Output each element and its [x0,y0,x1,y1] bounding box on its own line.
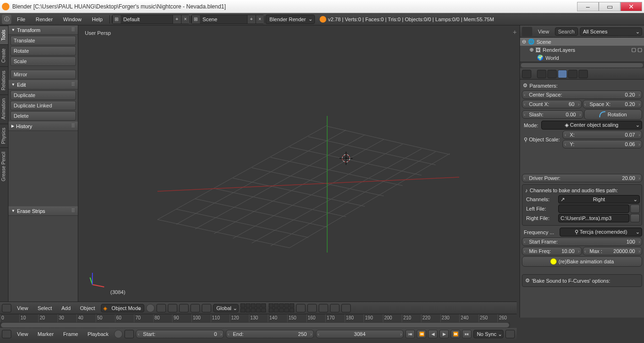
manipulator-icon[interactable] [168,304,177,312]
panel-edit-header[interactable]: Edit [8,80,78,90]
timeline-frame-menu[interactable]: Frame [59,330,82,338]
audio-scrub-icon[interactable] [505,330,515,338]
outliner-world-row[interactable]: 🌍World [520,54,644,62]
translate-manipulator-icon[interactable] [179,304,189,312]
tab-scene[interactable] [558,70,567,78]
tab-render[interactable] [537,70,546,78]
outliner-editor-icon[interactable] [522,27,532,36]
keyframe-type-icon[interactable] [124,330,134,338]
select-menu[interactable]: Select [34,304,56,312]
tab-renderlayers[interactable] [547,70,557,78]
delete-button[interactable]: Delete [10,111,76,121]
right-file-input[interactable]: C:\Users\P...tora).mp3 [558,214,629,222]
max-freq-field[interactable]: Max :20000.00 [583,247,643,255]
snap-type-icon[interactable] [319,304,328,312]
layer-buttons[interactable] [240,303,294,312]
rotate-button[interactable]: Rotate [10,46,76,56]
end-frame-field[interactable]: End:250 [226,330,314,338]
center-space-field[interactable]: Center Space:0.20 [522,90,642,99]
sync-dropdown[interactable]: No Sync [473,330,504,338]
outliner-tree[interactable]: ⊖🌐Scene ⊕🖼RenderLayers▢ ▢ 🌍World [520,38,644,62]
close-button[interactable]: ✕ [620,2,642,11]
driver-power-field[interactable]: Driver Power:20.00 [522,174,642,182]
properties-editor-icon[interactable] [522,70,531,78]
mode-dropdown[interactable]: ◈ Center object scaling [541,121,642,130]
scale-button[interactable]: Scale [10,57,76,66]
maximize-button[interactable]: ▭ [599,2,620,11]
duplicate-button[interactable]: Duplicate [10,90,76,100]
right-file-browse-icon[interactable] [630,214,640,222]
object-menu[interactable]: Object [76,304,99,312]
duplicate-linked-button[interactable]: Duplicate Linked [10,101,76,110]
minimize-button[interactable]: – [577,2,599,11]
left-file-input[interactable] [558,204,629,213]
menu-render[interactable]: Render [31,15,58,24]
scene-selector[interactable]: ⊞ + × [191,15,264,24]
play-reverse-icon[interactable]: ◀ [428,330,438,338]
timeline-ruler[interactable]: 0102030405060708090100110120130140150160… [0,314,517,328]
timeline-playback-menu[interactable]: Playback [84,330,113,338]
scene-add-icon[interactable]: + [247,15,256,24]
timeline-view-menu[interactable]: View [13,330,32,338]
tab-relations[interactable]: Relations [0,66,8,94]
auto-keyframe-icon[interactable] [114,330,123,338]
menu-file[interactable]: File [12,15,30,24]
mirror-button[interactable]: Mirror [10,70,76,79]
snap-icon[interactable] [307,304,317,312]
outliner-scrollbar[interactable] [520,62,644,68]
scale-x-field[interactable]: X:0.07 [562,131,642,139]
current-frame-field[interactable]: 3084 [316,330,404,338]
panel-history-header[interactable]: History [8,122,78,131]
outliner-scene-row[interactable]: ⊖🌐Scene [520,38,644,46]
add-menu[interactable]: Add [58,304,74,312]
layout-name-input[interactable] [121,16,173,22]
render-engine-dropdown[interactable]: Blender Render [265,15,315,24]
translate-button[interactable]: Translate [10,36,76,45]
tab-animation[interactable]: Animation [0,94,8,123]
rotation-button[interactable]: Rotation [584,109,643,120]
frequency-dropdown[interactable]: ⚲ Tercja (recomended) [560,228,642,237]
tab-grease-pencil[interactable]: Grease Pencil [0,147,8,185]
panel-transform-header[interactable]: Transform [8,25,78,35]
outliner-search[interactable]: Search [555,27,578,36]
pivot-icon[interactable] [157,304,166,312]
timeline-marker-menu[interactable]: Marker [34,330,58,338]
start-frame-field[interactable]: Start:0 [136,330,224,338]
3d-viewport[interactable]: User Persp + [78,25,520,318]
orientation-dropdown[interactable]: Global [213,304,239,312]
rebake-button[interactable]: (re)Bake animation data [522,256,642,267]
tab-world[interactable] [568,70,578,78]
outliner-filter-dropdown[interactable]: All Scenes [580,27,642,36]
outliner-view-menu[interactable]: View [534,29,553,34]
layout-selector[interactable]: ⊞ + × [112,15,190,24]
menu-help[interactable]: Help [87,15,107,24]
layout-remove-icon[interactable]: × [181,15,190,24]
keyframe-next-icon[interactable]: ⏩ [451,330,460,338]
layout-browse-icon[interactable]: ⊞ [112,15,121,24]
channels-dropdown[interactable]: Right [558,195,640,204]
space-x-field[interactable]: Space X:0.20 [583,100,643,108]
3dview-editor-icon[interactable] [2,304,11,312]
timeline-scrollbar[interactable] [0,322,510,328]
render-anim-icon[interactable] [341,304,351,312]
count-x-field[interactable]: Count X:60 [522,100,582,108]
tab-create[interactable]: Create [0,44,8,66]
keyframe-prev-icon[interactable]: ⏪ [417,330,426,338]
info-editor-icon[interactable]: ⓘ [2,15,11,24]
view-menu[interactable]: View [13,304,32,312]
left-file-browse-icon[interactable] [630,204,640,213]
play-icon[interactable]: ▶ [439,330,449,338]
scene-remove-icon[interactable]: × [256,15,264,24]
menu-window[interactable]: Window [58,15,86,24]
tab-physics[interactable]: Physics [0,123,8,147]
lock-camera-icon[interactable] [296,304,305,312]
render-preview-icon[interactable] [330,304,339,312]
timeline-editor-icon[interactable] [2,330,11,338]
mode-dropdown[interactable]: Object Mode [101,304,144,312]
outliner-renderlayers-row[interactable]: ⊕🖼RenderLayers▢ ▢ [520,46,644,54]
rotate-manipulator-icon[interactable] [190,304,200,312]
jump-start-icon[interactable]: ⏮ [405,330,415,338]
scene-name-input[interactable] [200,16,247,22]
layout-add-icon[interactable]: + [173,15,181,24]
properties-toggle-icon[interactable]: + [513,28,517,36]
